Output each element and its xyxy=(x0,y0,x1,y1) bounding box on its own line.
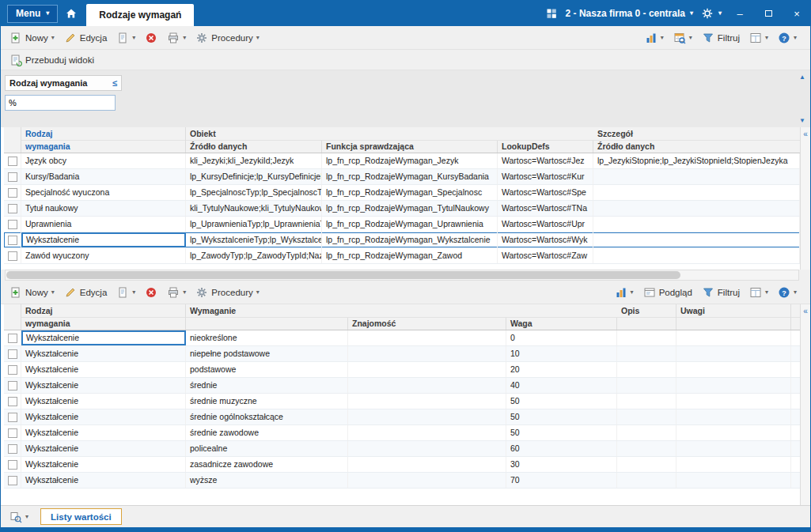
row-select-cell[interactable] xyxy=(4,153,21,168)
row-select-cell[interactable] xyxy=(4,169,21,184)
cell-szczegol[interactable] xyxy=(593,185,800,200)
filter-value-input[interactable] xyxy=(5,95,116,111)
row-select-cell[interactable] xyxy=(4,473,21,488)
close-button[interactable]: × xyxy=(786,2,807,25)
checkbox-icon[interactable] xyxy=(8,157,17,166)
checkbox-icon[interactable] xyxy=(8,381,17,391)
row-select-cell[interactable] xyxy=(4,409,21,424)
table-row[interactable]: Wykształceniepolicealne60 xyxy=(4,441,800,457)
cell-funkcja[interactable]: lp_fn_rcp_RodzajeWymagan_TytulNaukowy xyxy=(322,201,498,216)
sort-indicator-icon[interactable]: ≤ xyxy=(112,78,117,88)
cell-wymaganie[interactable]: niepełne podstawowe xyxy=(186,346,348,361)
cell-znajomosc[interactable] xyxy=(348,425,506,440)
cell-szczegol[interactable] xyxy=(593,201,800,216)
cell-rodzaj[interactable]: Kursy/Badania xyxy=(21,169,186,184)
checkbox-icon[interactable] xyxy=(8,204,17,213)
table-row[interactable]: Zawód wyuczonylp_ZawodyTyp;lp_ZawodyTypI… xyxy=(4,248,800,264)
cell-uwagi[interactable] xyxy=(676,346,791,361)
column-header-lookupdefs[interactable]: LookupDefs xyxy=(498,141,593,153)
new-button[interactable]: Nowy ▾ xyxy=(6,29,59,47)
select-all-header[interactable] xyxy=(4,127,21,153)
edit-button[interactable]: Edycja xyxy=(60,29,112,47)
layout-button[interactable]: ▾ xyxy=(745,284,772,301)
cell-rodzaj[interactable]: Wykształcenie xyxy=(21,425,186,440)
cell-rodzaj[interactable]: Wykształcenie xyxy=(21,330,186,345)
column-header-wymaganie-wartosc[interactable] xyxy=(186,318,348,330)
filter-column-header[interactable]: Rodzaj wymagania ≤ xyxy=(5,75,122,91)
cell-waga[interactable]: 0 xyxy=(506,330,617,345)
table-row[interactable]: Tytuł naukowykli_TytulyNaukowe;kli_Tytul… xyxy=(4,201,800,217)
cell-waga[interactable]: 40 xyxy=(506,378,617,393)
cell-rodzaj[interactable]: Wykształcenie xyxy=(21,394,186,409)
help-button[interactable]: ? ▾ xyxy=(774,29,801,47)
column-header-opis[interactable]: Opis xyxy=(617,304,676,330)
checkbox-icon[interactable] xyxy=(8,334,17,343)
cell-lookup[interactable]: Wartosc=Wartosc#TNa xyxy=(498,201,593,216)
table-row[interactable]: Wykształceniewyższe70 xyxy=(4,473,800,489)
cell-rodzaj[interactable]: Wykształcenie xyxy=(21,441,186,456)
column-header-waga[interactable]: Waga xyxy=(506,318,617,330)
table-row[interactable]: Wykształcenielp_WyksztalcenieTyp;lp_Wyks… xyxy=(4,232,800,248)
delete-button[interactable] xyxy=(141,29,161,47)
search-view-button[interactable]: ▾ xyxy=(6,508,32,526)
table-row[interactable]: Język obcykli_Jezyki;kli_JezykiId;Jezykl… xyxy=(4,153,800,169)
table-row[interactable]: Wykształceniezasadnicze zawodowe30 xyxy=(4,457,800,473)
row-select-cell[interactable] xyxy=(4,378,21,393)
table-row[interactable]: Wykształcenieśrednie ogólnokształcące50 xyxy=(4,409,800,425)
preview-button[interactable]: Podgląd xyxy=(639,284,696,301)
select-all-header[interactable] xyxy=(4,304,21,330)
row-select-cell[interactable] xyxy=(4,217,21,232)
cell-uwagi[interactable] xyxy=(676,473,791,488)
row-select-cell[interactable] xyxy=(4,201,21,216)
cell-rodzaj[interactable]: Wykształcenie xyxy=(21,362,186,377)
cell-waga[interactable]: 30 xyxy=(506,457,617,472)
cell-zrodlo[interactable]: lp_UprawnieniaTyp;lp_UprawnieniaTypId;Na… xyxy=(186,217,322,232)
scrollbar-thumb[interactable] xyxy=(6,271,680,279)
procedures-button[interactable]: Procedury ▾ xyxy=(191,284,263,301)
row-select-cell[interactable] xyxy=(4,232,21,247)
checkbox-icon[interactable] xyxy=(8,220,17,229)
cell-waga[interactable]: 50 xyxy=(506,409,617,424)
document-actions-button[interactable]: ▾ xyxy=(112,29,139,47)
cell-wymaganie[interactable]: średnie zawodowe xyxy=(186,425,348,440)
cell-waga[interactable]: 60 xyxy=(506,441,617,456)
cell-wymaganie[interactable]: średnie xyxy=(186,378,348,393)
company-selector[interactable]: 2 - Nasza firma 0 - centrala ▾ xyxy=(566,8,693,19)
column-header-znajomosc[interactable]: Znajomość xyxy=(348,318,506,330)
cell-znajomosc[interactable] xyxy=(348,362,506,377)
cell-rodzaj[interactable]: Zawód wyuczony xyxy=(21,248,186,263)
table-row[interactable]: Wykształcenieśrednie muzyczne50 xyxy=(4,394,800,409)
cell-funkcja[interactable]: lp_fn_rcp_RodzajeWymagan_Zawod xyxy=(322,248,498,263)
row-select-cell[interactable] xyxy=(4,441,21,456)
cell-wymaganie[interactable]: średnie ogólnokształcące xyxy=(186,409,348,424)
cell-znajomosc[interactable] xyxy=(348,441,506,456)
cell-uwagi[interactable] xyxy=(676,425,791,440)
cell-funkcja[interactable]: lp_fn_rcp_RodzajeWymagan_Jezyk xyxy=(322,153,498,168)
checkbox-icon[interactable] xyxy=(8,251,17,261)
column-header-szczegol-zrodlo[interactable]: Źródło danych xyxy=(593,141,800,153)
cell-rodzaj[interactable]: Wykształcenie xyxy=(21,346,186,361)
cell-szczegol[interactable] xyxy=(593,217,800,232)
row-select-cell[interactable] xyxy=(4,248,21,263)
cell-wymaganie[interactable]: zasadnicze zawodowe xyxy=(186,457,348,472)
cell-znajomosc[interactable] xyxy=(348,457,506,472)
cell-wymaganie[interactable]: średnie muzyczne xyxy=(186,394,348,409)
cell-uwagi[interactable] xyxy=(676,409,791,424)
cell-szczegol[interactable] xyxy=(593,169,800,184)
scroll-up-icon[interactable]: ▲ xyxy=(799,74,805,81)
cell-funkcja[interactable]: lp_fn_rcp_RodzajeWymagan_Specjalnosc xyxy=(322,185,498,200)
cell-opis[interactable] xyxy=(617,409,676,424)
cell-szczegol[interactable]: lp_JezykiStopnie;lp_JezykiStopnieId;Stop… xyxy=(593,153,800,168)
maximize-button[interactable] xyxy=(758,2,779,25)
column-header-zrodlo-danych[interactable]: Źródło danych xyxy=(186,141,322,153)
cell-opis[interactable] xyxy=(617,394,676,409)
cell-zrodlo[interactable]: kli_Jezyki;kli_JezykiId;Jezyk xyxy=(186,153,322,168)
cell-znajomosc[interactable] xyxy=(348,330,506,345)
cell-opis[interactable] xyxy=(617,425,676,440)
cell-lookup[interactable]: Wartosc=Wartosc#Zaw xyxy=(498,248,593,263)
new-button[interactable]: Nowy ▾ xyxy=(6,284,59,301)
cell-lookup[interactable]: Wartosc=Wartosc#Wyk xyxy=(498,232,593,247)
cell-opis[interactable] xyxy=(617,441,676,456)
cell-wymaganie[interactable]: policealne xyxy=(186,441,348,456)
chart-button[interactable]: ▾ xyxy=(611,284,638,301)
